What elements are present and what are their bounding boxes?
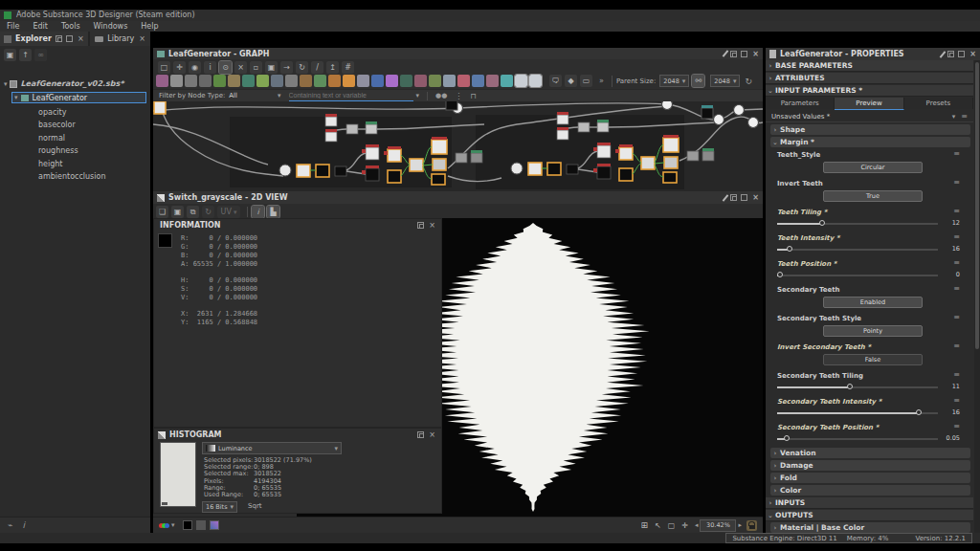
maximize-panel-icon[interactable] bbox=[741, 194, 747, 201]
slider-handle[interactable] bbox=[916, 409, 922, 415]
node-type-icon[interactable] bbox=[400, 75, 412, 87]
node-type-icon[interactable] bbox=[515, 75, 527, 87]
slider-handle[interactable] bbox=[847, 384, 853, 389]
close-panel-icon[interactable]: × bbox=[429, 431, 435, 438]
preset-values-dropdown[interactable]: Unsaved Values * bbox=[771, 113, 830, 121]
param-options-icon[interactable]: ≡ bbox=[953, 314, 960, 321]
subsection-shape[interactable]: ›Shape bbox=[770, 124, 970, 135]
node-info-icon[interactable]: i bbox=[204, 61, 216, 74]
param-options-icon[interactable]: ≡ bbox=[953, 150, 960, 158]
node-type-icon[interactable] bbox=[314, 75, 326, 87]
channels-select-icon[interactable]: ▾ bbox=[159, 521, 175, 529]
save-image-icon[interactable]: ▣ bbox=[171, 206, 184, 218]
param-options-icon[interactable]: ≡ bbox=[953, 423, 960, 430]
values-menu-icon[interactable]: ≡ bbox=[961, 112, 968, 121]
tree-item-height[interactable]: height bbox=[38, 158, 105, 170]
link-status-icon[interactable]: ⌁ bbox=[8, 520, 12, 530]
maximize-panel-icon[interactable] bbox=[958, 51, 965, 57]
maximize-panel-icon[interactable] bbox=[741, 51, 747, 57]
node-type-icon[interactable] bbox=[170, 75, 183, 87]
float-panel-icon[interactable] bbox=[417, 222, 424, 229]
zoom-in-icon[interactable]: ▸ bbox=[738, 521, 742, 529]
section-base-parameters[interactable]: ›BASE PARAMETERS bbox=[766, 60, 973, 72]
subsection-damage[interactable]: ›Damage bbox=[770, 460, 970, 471]
background-pattern-swatch[interactable] bbox=[210, 520, 219, 530]
options-dots-icon[interactable]: ⋮ bbox=[455, 92, 462, 100]
tree-item-basecolor[interactable]: basecolor bbox=[38, 119, 105, 131]
pin-panel-icon[interactable] bbox=[940, 51, 947, 57]
tree-item-package[interactable]: ▾ LeafGenerator_v02.sbs* bbox=[4, 79, 123, 88]
library-view-icon[interactable]: ▣ bbox=[265, 61, 278, 74]
search-input[interactable] bbox=[289, 91, 413, 101]
node-type-icon[interactable] bbox=[486, 75, 499, 87]
menu-windows[interactable]: Windows bbox=[87, 22, 135, 31]
float-panel-icon[interactable] bbox=[730, 194, 737, 201]
uv-overlay-dropdown[interactable]: UV▾ bbox=[217, 206, 240, 218]
tools-icon[interactable]: / bbox=[311, 61, 323, 74]
param-toggle-button[interactable]: False bbox=[823, 354, 923, 365]
grid-toggle-icon[interactable]: ⊞ bbox=[640, 520, 648, 530]
zoom-lock-icon[interactable] bbox=[746, 520, 757, 531]
node-type-icon[interactable] bbox=[242, 75, 255, 87]
node-type-icon[interactable] bbox=[501, 75, 513, 87]
maximize-panel-icon[interactable] bbox=[66, 35, 73, 42]
param-options-icon[interactable]: ≡ bbox=[953, 285, 960, 293]
pan-tool-icon[interactable]: ✛ bbox=[681, 521, 688, 530]
node-type-icon[interactable] bbox=[156, 75, 168, 87]
new-view-icon[interactable]: ❏ bbox=[156, 206, 168, 218]
reroute-icon[interactable]: → bbox=[280, 61, 293, 74]
collapse-caret-icon[interactable]: ▾ bbox=[4, 80, 8, 88]
tab-library[interactable]: Library × bbox=[90, 32, 150, 46]
scrollbar[interactable] bbox=[974, 60, 980, 533]
menu-edit[interactable]: Edit bbox=[26, 22, 55, 31]
slider-handle[interactable] bbox=[777, 272, 783, 277]
subsection-fold[interactable]: ›Fold bbox=[770, 473, 970, 483]
node-type-icon[interactable] bbox=[300, 75, 312, 87]
node-type-icon[interactable] bbox=[271, 75, 283, 87]
zoom-icon[interactable]: ⊙ bbox=[219, 61, 232, 74]
screenshot-icon[interactable]: ◉ bbox=[189, 61, 201, 74]
rotate-icon[interactable]: ↻ bbox=[296, 61, 308, 74]
close-panel-icon[interactable]: × bbox=[969, 51, 976, 57]
slider-handle[interactable] bbox=[787, 246, 792, 252]
info-icon[interactable]: i bbox=[22, 520, 25, 530]
tab-explorer[interactable]: Explorer × bbox=[0, 32, 88, 46]
slider-handle[interactable] bbox=[819, 220, 825, 226]
new-node-icon[interactable]: ▫ bbox=[250, 61, 262, 74]
node-type-icon[interactable] bbox=[285, 75, 298, 87]
node-type-icon[interactable] bbox=[343, 75, 355, 87]
align-nodes-icon[interactable]: ⊓ bbox=[470, 92, 476, 100]
sqrt-toggle[interactable]: Sqrt bbox=[248, 502, 262, 510]
tree-item-normal[interactable]: normal bbox=[38, 132, 105, 144]
background-gray-swatch[interactable] bbox=[196, 520, 206, 530]
node-type-icon[interactable] bbox=[371, 75, 384, 87]
param-options-icon[interactable]: ≡ bbox=[953, 179, 960, 187]
node-type-icon[interactable] bbox=[443, 75, 456, 87]
search-dropdown-icon[interactable]: ▾ bbox=[416, 92, 420, 99]
zoom-out-icon[interactable]: ◂ bbox=[695, 521, 699, 529]
copy-image-icon[interactable]: ⧉ bbox=[187, 206, 199, 218]
histogram-toggle-icon[interactable]: ▙ bbox=[267, 206, 279, 218]
background-black-swatch[interactable] bbox=[183, 520, 192, 530]
tab-parameters[interactable]: Parameters bbox=[766, 98, 835, 109]
node-type-icon[interactable] bbox=[328, 75, 341, 87]
bit-depth-dropdown[interactable]: 16 Bits▾ bbox=[202, 501, 237, 513]
close-panel-icon[interactable]: × bbox=[752, 51, 759, 57]
node-type-icon[interactable] bbox=[256, 75, 269, 87]
frame-select-icon[interactable]: □ bbox=[158, 61, 170, 74]
param-options-icon[interactable]: ≡ bbox=[953, 342, 960, 350]
section-inputs[interactable]: ›INPUTS bbox=[766, 497, 973, 509]
parent-size-height-dropdown[interactable]: 2048▾ bbox=[710, 75, 740, 87]
param-slider[interactable] bbox=[777, 386, 938, 388]
tree-item-opacity[interactable]: opacity bbox=[38, 106, 105, 119]
node-type-icon[interactable] bbox=[199, 75, 212, 87]
tree-item-roughness[interactable]: roughness bbox=[38, 144, 105, 157]
param-slider[interactable] bbox=[777, 275, 938, 276]
float-panel-icon[interactable] bbox=[417, 431, 424, 438]
link-icon[interactable]: ∞ bbox=[34, 49, 47, 61]
float-panel-icon[interactable] bbox=[730, 51, 737, 57]
param-options-icon[interactable]: ≡ bbox=[953, 371, 960, 379]
pan-icon[interactable]: ✛ bbox=[173, 61, 186, 74]
close-panel-icon[interactable]: × bbox=[78, 35, 84, 42]
node-type-icon[interactable] bbox=[185, 75, 197, 87]
